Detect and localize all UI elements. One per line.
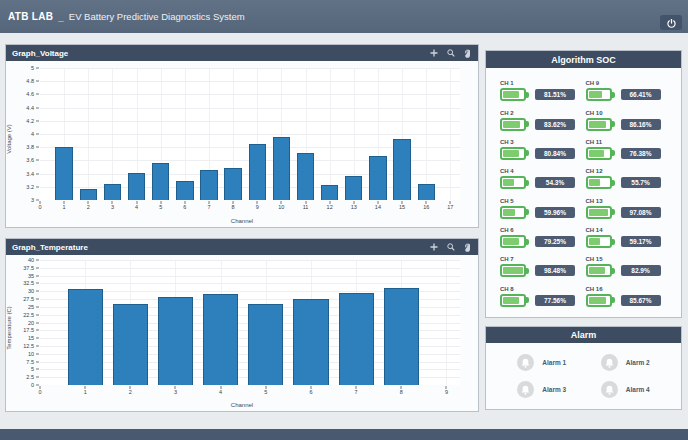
chart-bar — [113, 304, 148, 385]
chart-bar — [55, 147, 72, 200]
y-gridline — [40, 268, 460, 269]
soc-channel-list: CH 181.51%CH 283.62%CH 380.84%CH 454.3%C… — [486, 68, 681, 317]
y-tick-mark — [36, 275, 39, 276]
temperature-plot[interactable]: 012345678902.557.51012.51517.52022.52527… — [40, 260, 460, 385]
y-tick-label: 40 — [28, 257, 34, 263]
soc-channel-label: CH 16 — [586, 286, 672, 292]
voltage-toolbar — [430, 49, 472, 58]
soc-value-badge: 77.56% — [535, 295, 575, 306]
soc-channel-label: CH 4 — [500, 168, 586, 174]
battery-icon — [586, 88, 612, 101]
alarm-button[interactable]: Alarm 2 — [584, 354, 668, 371]
power-icon — [667, 14, 676, 32]
y-tick-mark — [36, 338, 39, 339]
soc-value-badge: 54.3% — [535, 177, 575, 188]
alarm-list: Alarm 1Alarm 2Alarm 3Alarm 4 — [486, 343, 681, 409]
y-tick-mark — [36, 94, 39, 95]
soc-value-badge: 97.08% — [621, 207, 661, 218]
soc-channel-label: CH 2 — [500, 110, 586, 116]
soc-channel-item: CH 1397.08% — [586, 194, 672, 223]
alarm-button[interactable]: Alarm 1 — [500, 354, 584, 371]
y-tick-mark — [36, 186, 39, 187]
y-tick-mark — [36, 200, 39, 201]
x-tick-label: 2 — [87, 204, 90, 210]
x-tick-label: 8 — [232, 204, 235, 210]
y-tick-label: 27.5 — [23, 296, 34, 302]
alarm-button[interactable]: Alarm 4 — [584, 381, 668, 398]
y-tick-mark — [36, 306, 39, 307]
soc-channel-label: CH 3 — [500, 139, 586, 145]
alarm-button[interactable]: Alarm 3 — [500, 381, 584, 398]
power-button[interactable] — [660, 15, 682, 30]
soc-channel-label: CH 10 — [586, 110, 672, 116]
battery-icon — [500, 176, 526, 189]
soc-value-badge: 80.84% — [535, 148, 575, 159]
soc-value-badge: 55.7% — [621, 177, 661, 188]
y-tick-label: 4 — [31, 131, 34, 137]
status-footer-bar — [0, 429, 688, 440]
y-tick-mark — [36, 160, 39, 161]
y-tick-label: 3 — [31, 197, 34, 203]
battery-icon — [500, 235, 526, 248]
voltage-panel-header: Graph_Voltage — [6, 45, 478, 61]
chart-bar — [224, 168, 241, 200]
y-tick-mark — [36, 260, 39, 261]
x-tick-label: 0 — [38, 389, 41, 395]
y-tick-label: 35 — [28, 273, 34, 279]
soc-channel-item: CH 798.48% — [500, 252, 586, 281]
soc-value-badge: 59.17% — [621, 236, 661, 247]
y-tick-label: 4.4 — [26, 105, 34, 111]
plus-icon[interactable] — [430, 243, 438, 251]
hand-icon[interactable] — [464, 49, 472, 58]
battery-icon — [586, 147, 612, 160]
voltage-plot[interactable]: 0123456789101112131415161733.23.43.63.84… — [40, 68, 460, 200]
y-tick-label: 30 — [28, 288, 34, 294]
app-title: EV Battery Predictive Diagnostics System — [69, 11, 245, 22]
y-gridline — [40, 283, 460, 284]
temperature-panel-header: Graph_Temperature — [6, 239, 478, 255]
temperature-panel: Graph_Temperature Temperature (C) 012345… — [5, 238, 479, 412]
battery-icon — [586, 176, 612, 189]
magnifier-icon[interactable] — [447, 243, 455, 251]
temperature-y-axis-label: Temperature (C) — [6, 306, 12, 350]
x-tick-label: 8 — [400, 389, 403, 395]
soc-panel-title: Algorithm SOC — [551, 55, 616, 65]
soc-channel-item: CH 966.41% — [586, 76, 672, 105]
soc-channel-label: CH 12 — [586, 168, 672, 174]
soc-value-badge: 98.48% — [535, 265, 575, 276]
soc-channel-label: CH 11 — [586, 139, 672, 145]
plus-icon[interactable] — [430, 49, 438, 57]
y-tick-label: 5 — [31, 366, 34, 372]
y-tick-label: 3.4 — [26, 171, 34, 177]
title-separator: _ — [58, 11, 64, 22]
alarm-label: Alarm 4 — [626, 386, 650, 393]
chart-bar — [68, 289, 103, 385]
chart-bar — [176, 181, 193, 200]
soc-channel-label: CH 1 — [500, 80, 586, 86]
chart-bar — [297, 153, 314, 200]
soc-channel-label: CH 13 — [586, 198, 672, 204]
chart-bar — [203, 294, 238, 385]
hand-icon[interactable] — [464, 243, 472, 252]
voltage-y-axis-label: Voltage (V) — [6, 124, 12, 154]
soc-channel-item: CH 380.84% — [500, 135, 586, 164]
y-tick-label: 10 — [28, 351, 34, 357]
battery-icon — [500, 88, 526, 101]
magnifier-icon[interactable] — [447, 49, 455, 57]
y-tick-mark — [36, 322, 39, 323]
alarm-panel-header: Alarm — [486, 327, 681, 343]
y-tick-mark — [36, 345, 39, 346]
y-tick-label: 7.5 — [26, 359, 34, 365]
y-tick-label: 12.5 — [23, 343, 34, 349]
soc-channel-item: CH 454.3% — [500, 164, 586, 193]
chart-bar — [339, 293, 374, 386]
soc-value-badge: 79.25% — [535, 236, 575, 247]
battery-icon — [500, 294, 526, 307]
soc-value-badge: 82.9% — [621, 265, 661, 276]
battery-icon — [586, 206, 612, 219]
y-tick-label: 20 — [28, 320, 34, 326]
app-titlebar: ATB LAB _ EV Battery Predictive Diagnost… — [0, 0, 688, 33]
battery-icon — [500, 264, 526, 277]
x-tick-label: 12 — [327, 204, 333, 210]
y-tick-mark — [36, 385, 39, 386]
